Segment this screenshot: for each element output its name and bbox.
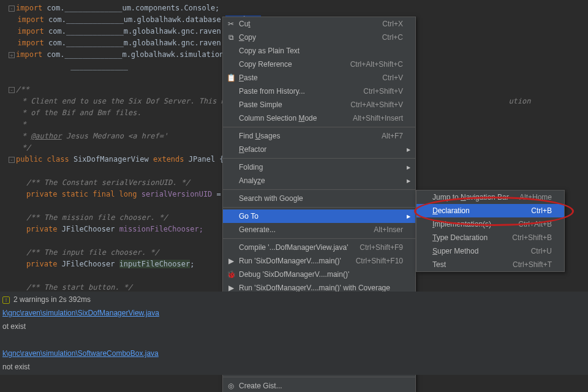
fold-gutter-icon[interactable]: -	[9, 157, 15, 163]
file-link[interactable]: k\gnc\raven\simulation\SoftwareComboBox.…	[2, 349, 159, 358]
import-keyword: import	[17, 39, 43, 47]
menu-item-analyze[interactable]: Analyze▶	[223, 174, 415, 187]
class-name: SixDofManagerView	[74, 155, 153, 164]
fold-gutter-icon[interactable]: +	[9, 52, 15, 58]
modifier: private static final long	[9, 190, 141, 198]
menu-item-paste[interactable]: 📋PasteCtrl+V	[223, 71, 415, 85]
modifier: private	[9, 225, 62, 233]
menu-shortcut: Ctrl+Shift+F9	[360, 243, 403, 252]
menu-item-label: Debug 'SixDofManagerV....main()'	[239, 270, 403, 279]
menu-item-label: Paste Simple	[239, 100, 350, 109]
superclass: JPanel {	[189, 155, 224, 164]
menu-shortcut: Ctrl+X	[382, 20, 403, 28]
menu-item-type-declaration[interactable]: Type DeclarationCtrl+Shift+B	[417, 231, 564, 244]
field-comment: /** The mission file chooser. */	[9, 213, 168, 222]
javadoc: /**	[16, 85, 29, 94]
fold-gutter-icon[interactable]: -	[9, 6, 15, 12]
cut-icon: ✂	[227, 20, 235, 28]
import-path: com._____________um.components.Console;	[42, 4, 219, 12]
javadoc-tag: @author	[31, 132, 62, 140]
menu-separator	[223, 377, 415, 377]
menu-shortcut: Alt+Shift+Insert	[353, 114, 403, 123]
menu-item-label: Find Usages	[239, 132, 382, 140]
menu-item-copy[interactable]: ⧉CopyCtrl+C	[223, 31, 415, 44]
copy-icon: ⧉	[227, 33, 235, 42]
submenu-arrow-icon: ▶	[407, 178, 410, 184]
menu-shortcut: Ctrl+Shift+F10	[356, 257, 403, 265]
menu-shortcut: Ctrl+Alt+Shift+V	[350, 100, 403, 109]
debug-sixdofmanagerv-main--icon: 🐞	[227, 270, 235, 279]
modifier: private	[9, 260, 62, 268]
file-link[interactable]: k\gnc\raven\simulation\SixDofManagerView…	[2, 309, 159, 317]
menu-item-label: Paste	[239, 74, 382, 82]
menu-item-paste-simple[interactable]: Paste SimpleCtrl+Alt+Shift+V	[223, 98, 415, 111]
identifier-highlight[interactable]: inputFileChooser	[119, 260, 190, 268]
field-type: JFileChooser	[62, 225, 119, 233]
menu-item-implementation-s[interactable]: Implementation(s)Ctrl+Alt+B	[417, 217, 564, 231]
menu-item-label: Run 'SixDofManagerV....main()' with Cove…	[239, 284, 403, 292]
menu-item-label: Declaration	[432, 206, 531, 215]
menu-item-refactor[interactable]: Refactor▶	[223, 143, 415, 156]
fold-gutter-icon[interactable]: -	[9, 87, 15, 93]
field-name: serialVersionUID	[141, 190, 213, 198]
menu-separator	[223, 189, 415, 190]
menu-item-label: Compile '...DofManagerView.java'	[239, 243, 360, 252]
menu-item-label: Column Selection Mode	[239, 114, 353, 123]
menu-item-label: Jump to Navigation Bar	[432, 193, 519, 202]
import-keyword: import	[17, 15, 43, 24]
menu-item-run-sixdofmanagerv-main[interactable]: ▶Run 'SixDofManagerV....main()'Ctrl+Shif…	[223, 254, 415, 268]
menu-item-label: Generate...	[239, 225, 374, 234]
menu-item-label: Copy Reference	[239, 60, 350, 69]
menu-shortcut: Alt+Home	[519, 193, 552, 202]
menu-item-test[interactable]: TestCtrl+Shift+T	[417, 258, 564, 271]
menu-item-column-selection-mode[interactable]: Column Selection ModeAlt+Shift+Insert	[223, 111, 415, 125]
import-keyword: import	[16, 4, 42, 12]
menu-separator	[223, 158, 415, 159]
menu-item-label: Copy as Plain Text	[239, 47, 403, 55]
menu-item-label: Create Gist...	[239, 382, 403, 390]
menu-shortcut: Alt+Inser	[374, 225, 403, 234]
menu-item-debug-sixdofmanagerv-main[interactable]: 🐞Debug 'SixDofManagerV....main()'	[223, 268, 415, 281]
menu-item-cut[interactable]: ✂CutCtrl+X	[223, 17, 415, 31]
menu-item-label: Search with Google	[239, 194, 403, 203]
menu-item-label: Test	[432, 260, 513, 269]
javadoc: * of the Bif and Bmf files.	[17, 108, 141, 117]
menu-item-label: Run 'SixDofManagerV....main()'	[239, 257, 356, 265]
goto-submenu[interactable]: Jump to Navigation BarAlt+HomeDeclaratio…	[416, 190, 565, 272]
messages-panel[interactable]: !2 warnings in 2s 392ms k\gnc\raven\simu…	[0, 292, 588, 375]
menu-item-label: Folding	[239, 163, 403, 172]
menu-item-folding[interactable]: Folding▶	[223, 160, 415, 174]
menu-shortcut: Alt+F7	[382, 132, 403, 140]
menu-item-super-method[interactable]: Super MethodCtrl+U	[417, 244, 564, 258]
import-path: com._____________um.globalhawk.database.	[44, 15, 225, 24]
menu-item-search-with-google[interactable]: Search with Google	[223, 192, 415, 205]
menu-item-declaration[interactable]: DeclarationCtrl+B	[417, 204, 564, 217]
import-keyword: import	[16, 50, 42, 59]
menu-item-generate[interactable]: Generate...Alt+Inser	[223, 223, 415, 236]
menu-item-copy-as-plain-text[interactable]: Copy as Plain Text	[223, 44, 415, 58]
menu-item-copy-reference[interactable]: Copy ReferenceCtrl+Alt+Shift+C	[223, 58, 415, 71]
menu-item-go-to[interactable]: Go To▶	[223, 209, 415, 223]
menu-item-compile-dofmanagerview-java[interactable]: Compile '...DofManagerView.java'Ctrl+Shi…	[223, 241, 415, 254]
menu-shortcut: Ctrl+Shift+V	[363, 87, 403, 96]
menu-shortcut: Ctrl+C	[382, 33, 403, 42]
menu-item-label: Paste from History...	[239, 87, 363, 96]
javadoc: */	[17, 143, 31, 152]
menu-item-create-gist[interactable]: ◎Create Gist...	[223, 379, 415, 392]
field-name: missionFileChooser;	[119, 225, 203, 233]
warning-summary: 2 warnings in 2s 392ms	[13, 295, 91, 304]
run-sixdofmanagerv-main--icon: ▶	[227, 257, 235, 265]
error-msg: ot exist	[0, 320, 588, 333]
menu-shortcut: Ctrl+U	[531, 247, 552, 255]
menu-item-label: Refactor	[239, 145, 403, 154]
menu-separator	[223, 127, 415, 127]
run-sixdofmanagerv-main-with-coverage-icon: ▶	[227, 284, 235, 292]
paste-icon: 📋	[227, 74, 235, 82]
field-comment: /** The start button. */	[9, 283, 132, 292]
submenu-arrow-icon: ▶	[407, 165, 410, 170]
javadoc: *	[17, 120, 26, 129]
menu-item-find-usages[interactable]: Find UsagesAlt+F7	[223, 129, 415, 143]
menu-item-label: Type Declaration	[432, 233, 512, 242]
menu-item-jump-to-navigation-bar[interactable]: Jump to Navigation BarAlt+Home	[417, 190, 564, 204]
menu-item-paste-from-history[interactable]: Paste from History...Ctrl+Shift+V	[223, 85, 415, 98]
